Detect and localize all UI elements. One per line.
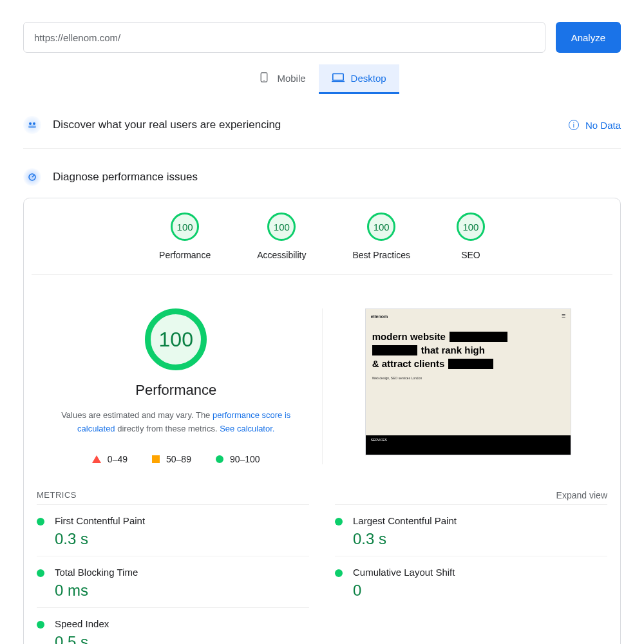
performance-big-score: 100 [145, 308, 207, 370]
triangle-icon [92, 455, 101, 463]
score-ring: 100 [457, 213, 485, 241]
svg-rect-2 [332, 74, 343, 80]
metric-cls[interactable]: Cumulative Layout Shift 0 [335, 556, 607, 607]
metric-value: 0.5 s [55, 633, 309, 644]
metric-name: First Contentful Paint [55, 515, 309, 526]
tab-desktop[interactable]: Desktop [319, 64, 399, 94]
discover-section: Discover what your real users are experi… [23, 111, 621, 148]
metric-name: Total Blocking Time [55, 567, 309, 578]
expand-view-button[interactable]: Expand view [556, 490, 607, 500]
svg-point-1 [264, 80, 265, 81]
report-card: 100 Performance 100 Accessibility 100 Be… [23, 198, 621, 644]
thumb-brand: ellenom [371, 314, 388, 319]
score-accessibility[interactable]: 100 Accessibility [257, 213, 306, 260]
score-label: Performance [159, 250, 211, 260]
tab-mobile[interactable]: Mobile [245, 64, 318, 94]
status-dot-icon [335, 518, 343, 526]
score-label: Accessibility [257, 250, 306, 260]
performance-detail: 100 Performance Values are estimated and… [30, 308, 614, 464]
tab-desktop-label: Desktop [351, 73, 386, 84]
discover-title: Discover what your real users are experi… [53, 118, 281, 131]
legend-pass: 90–100 [216, 454, 260, 464]
score-label: SEO [461, 250, 480, 260]
status-dot-icon [335, 569, 343, 577]
divider [23, 148, 621, 149]
thumb-menu: ☰ [562, 314, 565, 319]
tab-mobile-label: Mobile [277, 73, 305, 84]
metric-name: Cumulative Layout Shift [353, 567, 607, 578]
top-bar: Analyze [23, 22, 621, 53]
score-ring: 100 [267, 213, 296, 241]
info-icon: i [569, 120, 579, 130]
performance-title: Performance [135, 382, 216, 399]
score-row: 100 Performance 100 Accessibility 100 Be… [32, 213, 612, 275]
status-dot-icon [37, 569, 44, 577]
score-legend: 0–49 50–89 90–100 [92, 454, 260, 464]
url-input[interactable] [23, 22, 545, 53]
metric-value: 0 [353, 582, 607, 600]
metric-si[interactable]: Speed Index 0.5 s [37, 607, 309, 644]
metric-value: 0.3 s [353, 530, 607, 548]
svg-line-8 [32, 175, 34, 177]
mobile-icon [258, 72, 270, 84]
square-icon [152, 455, 160, 463]
site-thumbnail: ellenom ☰ modern website that rank high … [365, 308, 571, 455]
analyze-button[interactable]: Analyze [556, 22, 621, 53]
metric-value: 0 ms [55, 582, 309, 600]
score-seo[interactable]: 100 SEO [457, 213, 485, 260]
metrics-label: METRICS [37, 490, 77, 500]
svg-point-5 [33, 122, 35, 125]
diagnose-title: Diagnose performance issues [53, 171, 198, 184]
status-dot-icon [37, 621, 44, 629]
metric-fcp[interactable]: First Contentful Paint 0.3 s [37, 504, 309, 556]
circle-icon [216, 455, 223, 463]
metric-lcp[interactable]: Largest Contentful Paint 0.3 s [335, 504, 607, 556]
legend-average: 50–89 [152, 454, 191, 464]
score-ring: 100 [367, 213, 395, 241]
device-tabs: Mobile Desktop [23, 64, 621, 94]
metrics-grid: First Contentful Paint 0.3 s Largest Con… [30, 504, 614, 644]
score-label: Best Practices [352, 250, 410, 260]
no-data-link[interactable]: i No Data [569, 120, 621, 131]
calculator-link[interactable]: See calculator. [220, 424, 274, 433]
svg-point-4 [29, 122, 32, 125]
score-ring: 100 [171, 213, 199, 241]
metric-value: 0.3 s [55, 530, 309, 548]
metric-name: Speed Index [55, 618, 309, 629]
svg-rect-6 [28, 126, 36, 128]
score-performance[interactable]: 100 Performance [159, 213, 211, 260]
diagnose-section: Diagnose performance issues [23, 163, 621, 198]
no-data-label: No Data [585, 120, 621, 131]
gauge-icon [23, 168, 41, 186]
score-best-practices[interactable]: 100 Best Practices [352, 213, 410, 260]
metrics-header: METRICS Expand view [30, 490, 614, 504]
users-icon [23, 116, 41, 134]
metric-tbt[interactable]: Total Blocking Time 0 ms [37, 556, 309, 607]
status-dot-icon [37, 518, 44, 526]
performance-description: Values are estimated and may vary. The p… [53, 409, 298, 436]
legend-fail: 0–49 [92, 454, 128, 464]
desktop-icon [332, 72, 345, 84]
metric-name: Largest Contentful Paint [353, 515, 607, 526]
